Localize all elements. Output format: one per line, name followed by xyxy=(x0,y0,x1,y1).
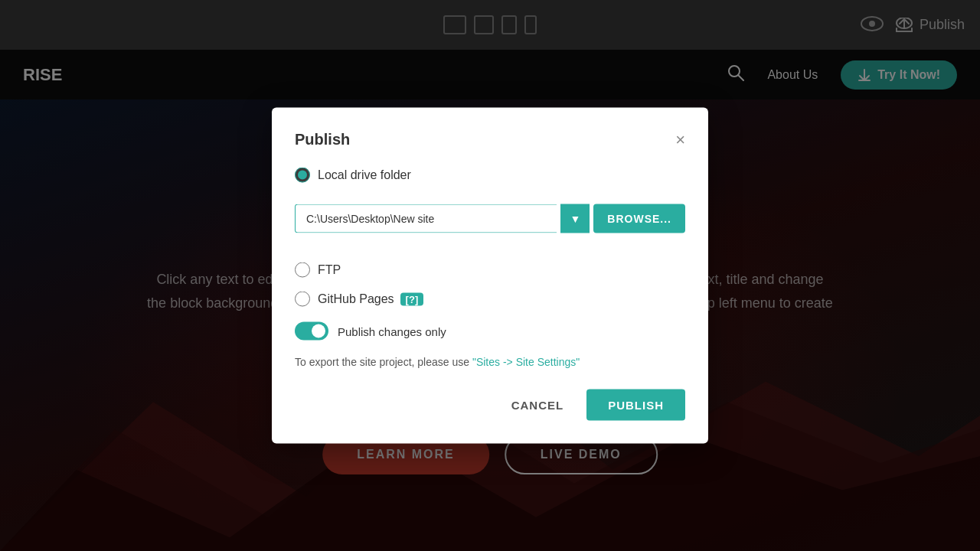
github-pages-radio[interactable] xyxy=(295,292,310,307)
toggle-label: Publish changes only xyxy=(338,324,446,337)
toggle-row: Publish changes only xyxy=(295,322,685,341)
publish-options: Local drive folder ▼ BROWSE... FTP GitHu… xyxy=(295,168,685,307)
github-label-wrap: GitHub Pages [?] xyxy=(318,292,423,306)
help-badge[interactable]: [?] xyxy=(400,292,424,305)
publish-dialog: Publish × Local drive folder ▼ BROWSE...… xyxy=(272,108,708,444)
dialog-footer: CANCEL PUBLISH xyxy=(295,390,685,421)
publish-changes-toggle[interactable] xyxy=(295,322,328,341)
github-pages-label: GitHub Pages xyxy=(318,292,394,306)
local-drive-label: Local drive folder xyxy=(318,168,411,182)
toggle-slider xyxy=(295,322,328,341)
export-note-text: To export the site project, please use xyxy=(295,356,472,368)
ftp-label: FTP xyxy=(318,263,341,277)
browse-button[interactable]: BROWSE... xyxy=(593,204,685,233)
local-drive-radio[interactable] xyxy=(295,168,310,183)
cancel-button[interactable]: CANCEL xyxy=(500,391,576,419)
dialog-header: Publish × xyxy=(295,131,685,148)
ftp-radio[interactable] xyxy=(295,262,310,278)
path-input[interactable] xyxy=(295,204,557,233)
export-note: To export the site project, please use "… xyxy=(295,356,685,368)
path-row: ▼ BROWSE... xyxy=(295,204,685,233)
github-pages-option[interactable]: GitHub Pages [?] xyxy=(295,292,685,307)
publish-dialog-button[interactable]: PUBLISH xyxy=(586,390,685,421)
dialog-title: Publish xyxy=(295,131,350,148)
ftp-option[interactable]: FTP xyxy=(295,262,685,278)
site-settings-link[interactable]: "Sites -> Site Settings" xyxy=(472,356,580,368)
local-drive-option[interactable]: Local drive folder xyxy=(295,168,685,183)
path-dropdown-button[interactable]: ▼ xyxy=(560,204,590,233)
close-button[interactable]: × xyxy=(675,131,685,148)
